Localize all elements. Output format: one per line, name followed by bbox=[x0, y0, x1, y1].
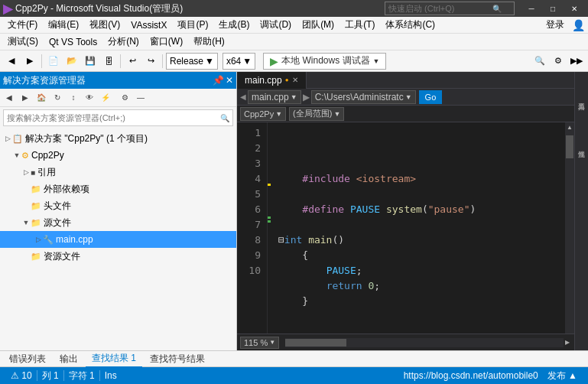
toolbar-extra-btn3[interactable]: ▶▶ bbox=[568, 53, 585, 70]
tab-bar: main.cpp ● ✕ bbox=[237, 72, 574, 89]
forward-button[interactable]: ▶ bbox=[21, 53, 38, 70]
restore-button[interactable]: □ bbox=[542, 0, 564, 17]
code-line-3: #include <iostream> bbox=[278, 173, 416, 184]
code-editor[interactable]: 1 2 3 4 5 6 7 8 9 10 11 #include <iostre… bbox=[237, 122, 574, 334]
se-refresh[interactable]: ↻ bbox=[50, 90, 65, 106]
menu-edit[interactable]: 编辑(E) bbox=[44, 17, 83, 33]
menu-window[interactable]: 窗口(W) bbox=[145, 34, 187, 50]
tab-maincpp[interactable]: main.cpp ● ✕ bbox=[237, 72, 307, 89]
right-tool-2[interactable]: 属性 bbox=[576, 122, 588, 168]
menu-test[interactable]: 测试(S) bbox=[3, 34, 43, 50]
status-right: https://blog.csdn.net/automobile0 发布 ▲ bbox=[399, 369, 582, 382]
new-file-button[interactable]: 📄 bbox=[45, 53, 62, 70]
code-line-5: #define PAUSE system("pause") bbox=[278, 203, 476, 215]
se-search-input[interactable] bbox=[7, 113, 219, 122]
close-button[interactable]: ✕ bbox=[564, 0, 585, 17]
minimize-button[interactable]: ─ bbox=[521, 0, 542, 17]
scroll-up-arrow[interactable]: ▲ bbox=[565, 122, 574, 132]
menu-arch[interactable]: 体系结构(C) bbox=[381, 17, 440, 33]
zoom-label: 115 % bbox=[244, 338, 268, 347]
bottom-tab-findsymbol[interactable]: 查找符号结果 bbox=[144, 351, 211, 367]
menu-qtvs[interactable]: Qt VS Tools bbox=[44, 35, 102, 49]
tab-close-button[interactable]: ✕ bbox=[292, 76, 298, 84]
se-tree: ▷ 📋 解决方案 "Cpp2Py" (1 个项目) ▼ ⚙ Cpp2Py ▷ ■… bbox=[0, 129, 236, 350]
menu-vassistx[interactable]: VAssistX bbox=[126, 18, 171, 32]
status-website[interactable]: https://blog.csdn.net/automobile0 bbox=[399, 370, 543, 381]
se-header: 解决方案资源管理器 📌 ✕ bbox=[0, 72, 236, 89]
toolbar-extra-btn1[interactable]: 🔍 bbox=[531, 53, 548, 70]
quick-search-input[interactable] bbox=[385, 4, 492, 13]
scope-dropdown-btn[interactable]: (全局范围) ▼ bbox=[289, 107, 344, 121]
menu-build[interactable]: 生成(B) bbox=[214, 17, 254, 33]
line-num-7: 7 bbox=[237, 217, 261, 233]
menu-view[interactable]: 视图(V) bbox=[85, 17, 125, 33]
green-indicator2 bbox=[268, 220, 271, 223]
h-scroll-thumb[interactable] bbox=[285, 339, 346, 347]
save-all-button[interactable]: 🗄 bbox=[100, 53, 117, 70]
status-errors[interactable]: ⚠ 10 bbox=[6, 370, 37, 381]
toolbar-extra-btn2[interactable]: ⚙ bbox=[550, 53, 567, 70]
arch-dropdown[interactable]: x64 ▼ bbox=[223, 53, 255, 70]
code-content[interactable]: #include <iostream> #define PAUSE system… bbox=[272, 122, 565, 334]
titlebar: ▶ Cpp2Py - Microsoft Visual Studio(管理员) … bbox=[0, 0, 588, 17]
scroll-right-arrow[interactable]: ▶ bbox=[564, 339, 571, 346]
se-search-box[interactable]: 🔍 bbox=[3, 109, 233, 126]
menu-team[interactable]: 团队(M) bbox=[297, 17, 339, 33]
breadcrumb-file-dropdown[interactable]: main.cpp ▼ bbox=[248, 90, 301, 104]
menu-file[interactable]: 文件(F) bbox=[3, 17, 42, 33]
res-label: 资源文件 bbox=[44, 250, 80, 263]
bottom-tab-errors[interactable]: 错误列表 bbox=[3, 351, 52, 367]
se-pin-button[interactable]: 📌 bbox=[213, 75, 224, 86]
se-show-all[interactable]: 👁 bbox=[82, 90, 97, 106]
tree-item-project[interactable]: ▼ ⚙ Cpp2Py bbox=[0, 147, 236, 164]
se-settings[interactable]: ⚙ bbox=[117, 90, 132, 106]
tree-toggle-ref: ▷ bbox=[21, 168, 31, 176]
vertical-scrollbar[interactable]: ▲ bbox=[565, 122, 574, 334]
tree-item-resources[interactable]: 📁 资源文件 bbox=[0, 248, 236, 265]
tree-item-extdeps[interactable]: 📁 外部依赖项 bbox=[0, 181, 236, 197]
redo-button[interactable]: ↪ bbox=[142, 53, 159, 70]
tree-item-headers[interactable]: 📁 头文件 bbox=[0, 197, 236, 214]
main-cpp-label: main.cpp bbox=[56, 234, 93, 245]
se-home[interactable]: 🏠 bbox=[34, 90, 49, 106]
menu-help[interactable]: 帮助(H) bbox=[189, 34, 229, 50]
open-button[interactable]: 📂 bbox=[63, 53, 80, 70]
zoom-down[interactable]: ▼ bbox=[269, 339, 275, 346]
back-button[interactable]: ◀ bbox=[3, 53, 20, 70]
run-arrow: ▼ bbox=[373, 57, 380, 65]
se-filter[interactable]: ⚡ bbox=[98, 90, 113, 106]
horizontal-scrollbar[interactable] bbox=[285, 338, 564, 347]
zoom-dropdown[interactable]: 115 % ▼ bbox=[240, 337, 279, 349]
se-collapse[interactable]: ↕ bbox=[66, 90, 81, 106]
tree-item-maincpp[interactable]: ▷ 🔧 main.cpp bbox=[0, 231, 236, 248]
menu-debug[interactable]: 调试(D) bbox=[255, 17, 296, 33]
breadcrumb-path-dropdown[interactable]: C:\Users\Administratc ▼ bbox=[311, 90, 416, 104]
breadcrumb-sep: ▶ bbox=[303, 92, 310, 103]
menu-tools[interactable]: 工具(T) bbox=[340, 17, 379, 33]
search-box[interactable]: 🔍 bbox=[385, 2, 515, 15]
config-dropdown[interactable]: Release ▼ bbox=[166, 53, 218, 70]
bottom-tab-findresults[interactable]: 查找结果 1 bbox=[86, 350, 142, 368]
se-close-button[interactable]: ✕ bbox=[226, 75, 233, 86]
bottom-tab-output[interactable]: 输出 bbox=[54, 351, 84, 367]
status-publish[interactable]: 发布 ▲ bbox=[543, 369, 582, 382]
toolbar: ◀ ▶ 📄 📂 💾 🗄 ↩ ↪ Release ▼ x64 ▼ ▶ 本地 Win… bbox=[0, 50, 588, 72]
menu-project[interactable]: 项目(P) bbox=[173, 17, 213, 33]
menu-login[interactable]: 登录 bbox=[541, 17, 569, 33]
menu-analyze[interactable]: 分析(N) bbox=[103, 34, 144, 50]
se-nav-back[interactable]: ◀ bbox=[2, 90, 17, 106]
go-button[interactable]: Go bbox=[419, 90, 443, 104]
save-button[interactable]: 💾 bbox=[82, 53, 99, 70]
run-button[interactable]: ▶ 本地 Windows 调试器 ▼ bbox=[263, 53, 386, 70]
tree-item-references[interactable]: ▷ ■ 引用 bbox=[0, 164, 236, 181]
se-more[interactable]: — bbox=[133, 90, 148, 106]
scroll-thumb[interactable] bbox=[566, 135, 573, 158]
right-tool-1[interactable]: 工具箱 bbox=[576, 75, 588, 121]
tree-item-solution[interactable]: ▷ 📋 解决方案 "Cpp2Py" (1 个项目) bbox=[0, 130, 236, 147]
breadcrumb-arrow-left: ◀ bbox=[240, 93, 246, 101]
namespace-dropdown[interactable]: Cpp2Py ▼ bbox=[240, 107, 286, 121]
line-num-1: 1 bbox=[237, 125, 261, 141]
tree-item-sources[interactable]: ▼ 📁 源文件 bbox=[0, 214, 236, 231]
se-nav-forward[interactable]: ▶ bbox=[18, 90, 33, 106]
undo-button[interactable]: ↩ bbox=[124, 53, 141, 70]
